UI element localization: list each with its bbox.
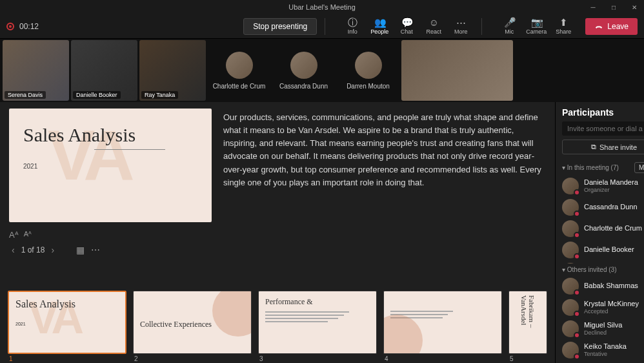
- active-speaker-tile[interactable]: [401, 40, 513, 101]
- video-tile[interactable]: Serena Davis: [3, 40, 69, 101]
- camera-icon: 📷: [531, 17, 541, 28]
- info-button[interactable]: ⓘInfo: [339, 16, 365, 36]
- participant-name: Ray Tanaka: [141, 91, 178, 99]
- grid-view-button[interactable]: ▦: [76, 245, 85, 255]
- thumbnail[interactable]: 4: [383, 291, 502, 363]
- participant-row[interactable]: Keiko TanakaTentative: [562, 340, 644, 360]
- font-decrease-button[interactable]: Aᴬ: [24, 230, 32, 240]
- participant-row[interactable]: Miguel SilvaDeclined: [562, 318, 644, 339]
- participant-role: Tentative: [584, 351, 644, 358]
- slide-thumbnails: VASales Analysis2021 1 Collective Experi…: [0, 288, 555, 363]
- invite-search[interactable]: ⌕: [562, 121, 644, 136]
- thumb-number: 5: [508, 355, 547, 362]
- avatar-icon: [226, 52, 253, 79]
- current-slide[interactable]: VA Sales Analysis 2021: [9, 109, 212, 222]
- avatar-icon: [562, 220, 579, 237]
- participant-name: Danielle Booker: [73, 91, 121, 99]
- avatar-icon: [562, 242, 579, 258]
- prev-slide-button[interactable]: ‹: [12, 245, 15, 255]
- share-icon: ⬆: [558, 17, 569, 28]
- video-tile[interactable]: Ray Tanaka: [139, 40, 206, 101]
- thumb-number: 1: [8, 355, 126, 362]
- stop-presenting-button[interactable]: Stop presenting: [243, 18, 317, 35]
- react-button[interactable]: ☺React: [421, 16, 447, 36]
- participant-row[interactable]: Babak Shammas: [562, 276, 644, 296]
- avatar-icon: [562, 199, 579, 216]
- avatar-tile[interactable]: Charlotte de Crum: [208, 40, 270, 101]
- participant-row[interactable]: Danielle Booker🎙: [562, 240, 644, 260]
- participant-role: Declined: [584, 329, 644, 337]
- participant-row[interactable]: Charlotte de Crum🎙: [562, 218, 644, 239]
- more-button[interactable]: ⋯More: [448, 16, 474, 36]
- chat-button[interactable]: 💬Chat: [394, 16, 419, 36]
- avatar-icon: [562, 278, 579, 295]
- avatar-icon: [562, 178, 579, 194]
- more-icon: ⋯: [456, 17, 466, 28]
- thumbnail[interactable]: Collective Experiences 2: [133, 291, 252, 363]
- avatar-icon: [562, 342, 579, 358]
- video-gallery: Serena Davis Danielle Booker Ray Tanaka …: [0, 39, 644, 102]
- section-in-meeting[interactable]: ▾ In this meeting (7): [562, 164, 619, 171]
- participant-row[interactable]: Daniela ManderaOrganizer🎙: [562, 176, 644, 196]
- participant-name: Krystal McKinney: [584, 300, 644, 308]
- participant-name: Charlotte de Crum: [584, 224, 644, 233]
- thumbnail[interactable]: Performance & 3: [258, 291, 377, 363]
- presentation-area: VA Sales Analysis 2021 Our products, ser…: [0, 102, 555, 288]
- title-bar: Ubar Label's Meeting ─ □ ✕: [0, 0, 644, 14]
- toolbar-right-icons: 🎤Mic 📷Camera ⬆Share: [496, 16, 576, 36]
- participant-name: Danielle Booker: [584, 245, 644, 254]
- share-invite-button[interactable]: ⧉Share invite: [562, 140, 644, 154]
- minimize-button[interactable]: ─: [583, 0, 603, 14]
- avatar-tile[interactable]: Cassandra Dunn: [272, 40, 335, 101]
- thumb-number: 3: [258, 355, 377, 362]
- next-slide-button[interactable]: ›: [51, 245, 54, 255]
- chat-icon: 💬: [401, 17, 412, 28]
- hangup-icon: [594, 22, 603, 31]
- share-button[interactable]: ⬆Share: [550, 16, 576, 36]
- video-tile[interactable]: Danielle Booker: [71, 40, 137, 101]
- recording-indicator-icon: [6, 23, 14, 30]
- mute-all-button[interactable]: Mute all: [634, 162, 644, 173]
- participant-row[interactable]: Darren Mouton🎙: [562, 261, 644, 264]
- toolbar-divider: [481, 18, 482, 35]
- avatar-icon: [290, 52, 317, 79]
- info-icon: ⓘ: [347, 17, 357, 28]
- slide-title: Sales Analysis: [23, 124, 197, 145]
- search-input[interactable]: [567, 125, 644, 132]
- participant-name: Miguel Silva: [584, 321, 644, 329]
- thumb-number: 4: [383, 355, 502, 362]
- avatar-tile[interactable]: Darren Mouton: [337, 40, 399, 101]
- section-others[interactable]: ▾ Others invited (3): [562, 266, 616, 273]
- participant-role: Organizer: [584, 187, 644, 194]
- thumbnail[interactable]: VASales Analysis2021 1: [8, 291, 126, 363]
- people-icon: 👥: [374, 17, 385, 28]
- meeting-timer: 00:12: [19, 22, 39, 31]
- people-button[interactable]: 👥People: [367, 16, 392, 36]
- close-button[interactable]: ✕: [625, 0, 644, 14]
- mic-icon: 🎤: [504, 17, 514, 28]
- participant-row[interactable]: Krystal McKinneyAccepted: [562, 297, 644, 318]
- react-icon: ☺: [428, 17, 439, 28]
- slide-more-button[interactable]: ⋯: [91, 245, 100, 255]
- camera-button[interactable]: 📷Camera: [523, 16, 549, 36]
- slide-counter: 1 of 18: [21, 245, 45, 254]
- thumb-number: 2: [133, 355, 252, 362]
- participant-name: Keiko Tanaka: [584, 342, 644, 351]
- maximize-button[interactable]: □: [604, 0, 623, 14]
- avatar-icon: [562, 320, 579, 337]
- leave-button[interactable]: Leave: [585, 18, 638, 35]
- font-increase-button[interactable]: Aᴬ: [9, 230, 19, 240]
- link-icon: ⧉: [591, 143, 596, 151]
- toolbar-divider: [325, 18, 325, 35]
- avatar-icon: [562, 263, 579, 264]
- toolbar-center-icons: ⓘInfo 👥People 💬Chat ☺React ⋯More: [339, 16, 474, 36]
- participant-row[interactable]: Cassandra Dunn🎙: [562, 197, 644, 218]
- participant-name: Babak Shammas: [584, 282, 644, 290]
- thumbnail[interactable]: Fabrikam – VanArsdel 5: [508, 291, 547, 363]
- window-title: Ubar Label's Meeting: [288, 3, 356, 11]
- participant-name: Serena Davis: [5, 91, 46, 99]
- mic-button[interactable]: 🎤Mic: [496, 16, 522, 36]
- avatar-icon: [355, 52, 382, 79]
- participant-role: Accepted: [584, 308, 644, 315]
- avatar-icon: [562, 299, 579, 316]
